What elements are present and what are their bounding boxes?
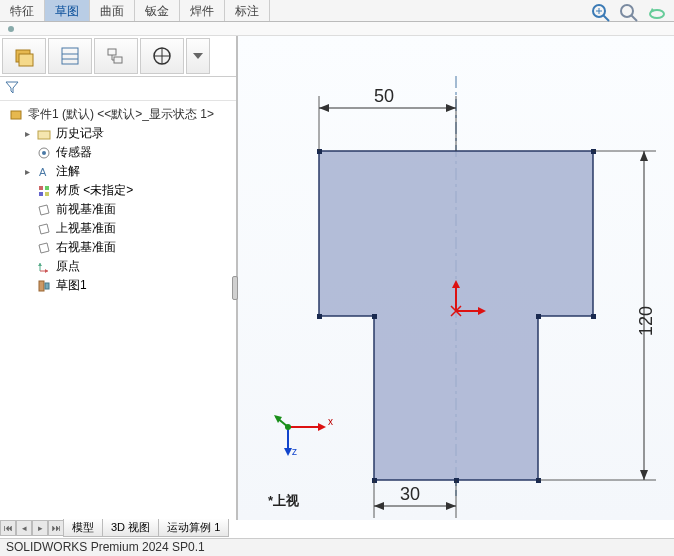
svg-marker-63 [374, 502, 384, 510]
tree-right-plane[interactable]: 右视基准面 [4, 238, 232, 257]
dimension-bottom-width[interactable]: 30 [374, 480, 456, 518]
svg-line-1 [603, 15, 609, 21]
svg-marker-59 [640, 470, 648, 480]
tab-scroll-last[interactable]: ⏭ [48, 520, 64, 536]
material-icon [36, 183, 52, 199]
heads-up-view-toolbar [590, 2, 668, 27]
svg-point-24 [42, 151, 46, 155]
panel-tab-strip [0, 36, 236, 77]
svg-rect-22 [38, 131, 50, 139]
svg-rect-26 [39, 186, 43, 190]
svg-rect-21 [11, 111, 21, 119]
svg-rect-34 [39, 281, 44, 291]
tab-annotations[interactable]: 标注 [225, 0, 270, 21]
tree-root-part[interactable]: 零件1 (默认) <<默认>_显示状态 1> [4, 105, 232, 124]
rotate-view-icon[interactable] [646, 2, 668, 27]
svg-rect-38 [591, 149, 596, 154]
tab-scroll-prev[interactable]: ◂ [16, 520, 32, 536]
tree-label: 前视基准面 [56, 201, 116, 218]
plane-icon [36, 240, 52, 256]
status-bar: SOLIDWORKS Premium 2024 SP0.1 [0, 538, 674, 556]
svg-line-5 [631, 15, 637, 21]
plane-icon [36, 221, 52, 237]
svg-rect-44 [317, 314, 322, 319]
axis-z-label: z [292, 446, 297, 457]
svg-marker-33 [45, 269, 48, 273]
feature-manager-tab[interactable] [2, 38, 46, 74]
sensor-icon [36, 145, 52, 161]
axis-x-label: x [328, 416, 333, 427]
dim-value: 30 [400, 484, 420, 504]
tab-sheetmetal[interactable]: 钣金 [135, 0, 180, 21]
feature-manager-panel: 零件1 (默认) <<默认>_显示状态 1> ▸ 历史记录 传感器 ▸ A 注解 [0, 36, 238, 520]
svg-text:A: A [39, 166, 47, 178]
tree-label: 传感器 [56, 144, 92, 161]
svg-rect-39 [591, 314, 596, 319]
tree-top-plane[interactable]: 上视基准面 [4, 219, 232, 238]
sketch-profile[interactable] [319, 151, 593, 480]
svg-rect-12 [108, 49, 116, 55]
tree-material[interactable]: 材质 <未指定> [4, 181, 232, 200]
tree-annotations[interactable]: ▸ A 注解 [4, 162, 232, 181]
tab-surfaces[interactable]: 曲面 [90, 0, 135, 21]
expander-icon[interactable]: ▸ [22, 128, 32, 139]
configuration-manager-tab[interactable] [94, 38, 138, 74]
svg-marker-54 [446, 104, 456, 112]
tab-features[interactable]: 特征 [0, 0, 45, 21]
part-icon [8, 107, 24, 123]
svg-rect-9 [62, 48, 78, 64]
zoom-window-icon[interactable] [618, 2, 640, 27]
tab-sketch[interactable]: 草图 [45, 0, 90, 21]
tab-scroll-next[interactable]: ▸ [32, 520, 48, 536]
property-manager-tab[interactable] [48, 38, 92, 74]
tab-model[interactable]: 模型 [63, 519, 103, 537]
panel-overflow[interactable] [186, 38, 210, 74]
expander-icon[interactable]: ▸ [22, 166, 32, 177]
dim-value: 120 [636, 306, 656, 336]
dimxpert-manager-tab[interactable] [140, 38, 184, 74]
tree-sensors[interactable]: 传感器 [4, 143, 232, 162]
svg-marker-32 [38, 263, 42, 266]
tab-motion-study[interactable]: 运动算例 1 [158, 519, 229, 537]
annotation-icon: A [36, 164, 52, 180]
tree-label: 原点 [56, 258, 80, 275]
svg-rect-43 [372, 314, 377, 319]
svg-marker-19 [193, 53, 203, 59]
tree-label: 上视基准面 [56, 220, 116, 237]
svg-marker-66 [318, 423, 326, 431]
tree-label: 注解 [56, 163, 80, 180]
svg-rect-45 [454, 478, 459, 483]
svg-rect-28 [39, 192, 43, 196]
view-triad[interactable]: x z [268, 387, 338, 460]
tab-scroll-first[interactable]: ⏮ [0, 520, 16, 536]
svg-rect-42 [372, 478, 377, 483]
tree-filter-bar [0, 77, 236, 101]
dimension-top-width[interactable]: 50 [319, 86, 456, 151]
svg-marker-64 [446, 502, 456, 510]
filter-icon[interactable] [4, 79, 20, 98]
plane-icon [36, 202, 52, 218]
graphics-area[interactable]: 50 120 30 [238, 36, 674, 520]
svg-rect-8 [19, 54, 33, 66]
origin-icon [36, 259, 52, 275]
status-version: SOLIDWORKS Premium 2024 SP0.1 [6, 540, 205, 554]
tab-weldments[interactable]: 焊件 [180, 0, 225, 21]
tree-history[interactable]: ▸ 历史记录 [4, 124, 232, 143]
svg-marker-58 [640, 151, 648, 161]
flyout-dot[interactable] [8, 26, 14, 32]
zoom-to-fit-icon[interactable] [590, 2, 612, 27]
dim-value: 50 [374, 86, 394, 106]
svg-rect-40 [536, 314, 541, 319]
tree-origin[interactable]: 原点 [4, 257, 232, 276]
folder-icon [36, 126, 52, 142]
feature-tree: 零件1 (默认) <<默认>_显示状态 1> ▸ 历史记录 传感器 ▸ A 注解 [0, 101, 236, 520]
tree-sketch1[interactable]: 草图1 [4, 276, 232, 295]
svg-rect-29 [45, 192, 49, 196]
tree-front-plane[interactable]: 前视基准面 [4, 200, 232, 219]
tree-root-label: 零件1 (默认) <<默认>_显示状态 1> [28, 106, 214, 123]
svg-rect-27 [45, 186, 49, 190]
svg-rect-35 [45, 283, 49, 289]
tab-3dview[interactable]: 3D 视图 [102, 519, 159, 537]
current-view-label: *上视 [268, 492, 299, 510]
svg-marker-53 [319, 104, 329, 112]
